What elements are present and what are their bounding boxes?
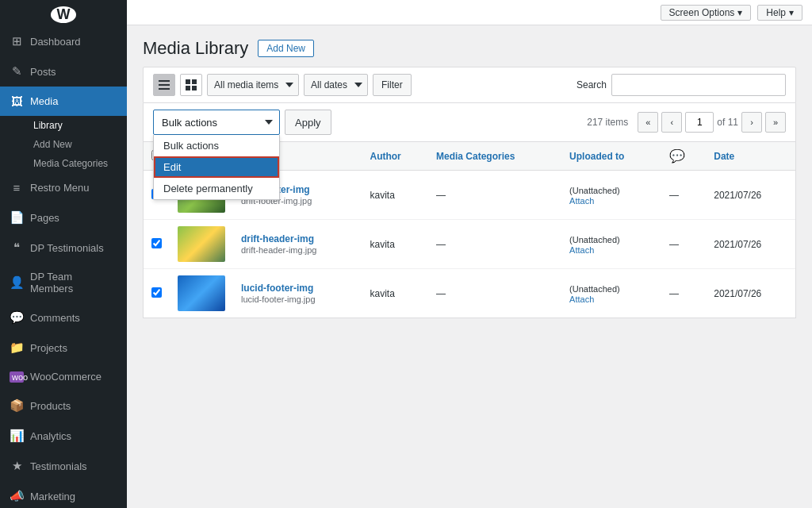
sidebar-item-restro-menu[interactable]: ≡ Restro Menu: [0, 173, 127, 202]
row-3-checkbox[interactable]: [151, 287, 162, 298]
row-2-attach-link[interactable]: Attach: [569, 245, 653, 255]
sidebar-item-dp-team-members[interactable]: 👤 DP Team Members: [0, 263, 127, 302]
row-2-checkbox[interactable]: [151, 238, 162, 248]
items-count: 217 items: [587, 117, 628, 128]
filter-button[interactable]: Filter: [373, 74, 412, 96]
row-1-date: 2021/07/26: [706, 171, 795, 220]
table-row: drift-header-img drift-header-img.jpg ka…: [144, 220, 795, 269]
sidebar-item-comments[interactable]: 💬 Comments: [0, 302, 127, 333]
sidebar-item-projects[interactable]: 📁 Projects: [0, 333, 127, 363]
row-1-unattached: (Unattached): [569, 186, 620, 195]
sidebar-item-marketing[interactable]: 📣 Marketing: [0, 481, 127, 508]
media-filter-select[interactable]: All media items: [207, 74, 299, 96]
dp-testimonials-icon: ❝: [10, 241, 24, 255]
col-categories[interactable]: Media Categories: [428, 142, 561, 171]
row-2-author: kavita: [362, 220, 428, 269]
comment-header-icon: 💬: [669, 149, 685, 163]
svg-rect-0: [159, 80, 170, 82]
main-content: Screen Options ▾ Help ▾ Media Library Ad…: [127, 0, 812, 508]
sidebar-item-woocommerce[interactable]: woo WooCommerce: [0, 363, 127, 391]
row-3-file-link[interactable]: lucid-footer-img: [241, 283, 354, 294]
sidebar-label-restro-menu: Restro Menu: [30, 182, 89, 194]
testimonials-icon: ★: [10, 459, 24, 473]
svg-rect-1: [159, 84, 170, 86]
last-page-button[interactable]: »: [765, 112, 786, 133]
col-date[interactable]: Date: [706, 142, 795, 171]
help-button[interactable]: Help ▾: [757, 5, 802, 21]
first-page-button[interactable]: «: [638, 112, 658, 133]
sidebar-item-media[interactable]: 🖼 Media: [0, 87, 127, 116]
next-page-button[interactable]: ›: [741, 112, 762, 133]
top-bar: Screen Options ▾ Help ▾: [127, 0, 812, 25]
sidebar-label-media: Media: [30, 95, 58, 107]
posts-icon: ✎: [10, 64, 24, 79]
row-2-file: drift-header-img drift-header-img.jpg: [233, 220, 362, 269]
row-2-check: [144, 220, 170, 269]
add-new-button[interactable]: Add New: [258, 40, 314, 57]
date-filter-select[interactable]: All dates: [304, 74, 368, 96]
row-1-uploaded-to: (Unattached) Attach: [561, 171, 661, 220]
sidebar-item-analytics[interactable]: 📊 Analytics: [0, 421, 127, 451]
row-2-thumbnail: [178, 226, 225, 262]
bulk-actions-select[interactable]: Bulk actions Edit Delete permanently: [153, 110, 280, 135]
sidebar-item-library[interactable]: Library: [29, 116, 127, 135]
prev-page-button[interactable]: ‹: [661, 112, 682, 133]
sidebar-label-woocommerce: WooCommerce: [30, 371, 102, 383]
dropdown-item-bulk-actions[interactable]: Bulk actions: [154, 135, 279, 156]
row-1-attach-link[interactable]: Attach: [569, 196, 653, 206]
list-view-icon: [159, 79, 170, 90]
col-author[interactable]: Author: [362, 142, 428, 171]
row-2-file-link[interactable]: drift-header-img: [241, 233, 354, 244]
row-3-categories: —: [428, 269, 561, 318]
screen-options-label: Screen Options: [669, 7, 735, 18]
sidebar-item-dp-testimonials[interactable]: ❝ DP Testimonials: [0, 233, 127, 263]
sidebar-media-submenu: Library Add New Media Categories: [0, 116, 127, 173]
wp-logo: W: [51, 6, 76, 23]
projects-icon: 📁: [10, 341, 24, 355]
search-input[interactable]: [611, 74, 786, 96]
sidebar-item-add-new[interactable]: Add New: [29, 135, 127, 154]
dropdown-label-bulk-actions: Bulk actions: [163, 140, 219, 152]
col-uploaded-to[interactable]: Uploaded to: [561, 142, 661, 171]
page-title: Media Library: [143, 38, 248, 59]
screen-options-button[interactable]: Screen Options ▾: [661, 5, 752, 21]
sidebar-item-posts[interactable]: ✎ Posts: [0, 56, 127, 87]
bulk-actions-dropdown: Bulk actions Edit Delete permanently: [153, 135, 280, 200]
sidebar-item-products[interactable]: 📦 Products: [0, 391, 127, 421]
row-3-file-name: lucid-footer-img.jpg: [241, 294, 316, 304]
dropdown-item-delete[interactable]: Delete permanently: [154, 178, 279, 199]
dashboard-icon: ⊞: [10, 34, 24, 48]
toolbar: All media items All dates Filter Search: [143, 67, 796, 103]
row-3-attach-link[interactable]: Attach: [569, 294, 653, 304]
page-header: Media Library Add New: [127, 25, 812, 67]
sidebar-item-pages[interactable]: 📄 Pages: [0, 202, 127, 233]
sidebar-item-testimonials[interactable]: ★ Testimonials: [0, 451, 127, 481]
grid-view-button[interactable]: [180, 74, 202, 96]
page-number-input[interactable]: [685, 112, 714, 133]
dropdown-item-edit[interactable]: Edit: [154, 156, 279, 178]
apply-button[interactable]: Apply: [285, 110, 331, 135]
analytics-icon: 📊: [10, 429, 24, 443]
row-1-author: kavita: [362, 171, 428, 220]
sidebar-label-comments: Comments: [30, 312, 80, 324]
sidebar-label-analytics: Analytics: [30, 430, 71, 442]
dp-team-members-icon: 👤: [10, 275, 24, 290]
row-1-categories: —: [428, 171, 561, 220]
sidebar-item-dashboard[interactable]: ⊞ Dashboard: [0, 26, 127, 56]
sidebar-label-dp-team-members: DP Team Members: [30, 271, 117, 294]
media-icon: 🖼: [10, 94, 24, 108]
bulk-select-wrapper: Bulk actions Edit Delete permanently Bul…: [153, 110, 280, 135]
sidebar-label-projects: Projects: [30, 342, 67, 354]
row-3-unattached: (Unattached): [569, 284, 620, 294]
svg-rect-4: [192, 79, 197, 84]
row-3-date: 2021/07/26: [706, 269, 795, 318]
pagination-bar: 217 items « ‹ of 11 › »: [587, 112, 786, 133]
list-view-button[interactable]: [153, 74, 175, 96]
restro-menu-icon: ≡: [10, 181, 24, 194]
sidebar-label-media-categories: Media Categories: [33, 158, 108, 169]
dropdown-label-edit: Edit: [163, 161, 181, 173]
sidebar-item-media-categories[interactable]: Media Categories: [29, 154, 127, 173]
pages-icon: 📄: [10, 210, 24, 225]
col-comment[interactable]: 💬: [661, 142, 706, 171]
row-2-date: 2021/07/26: [706, 220, 795, 269]
